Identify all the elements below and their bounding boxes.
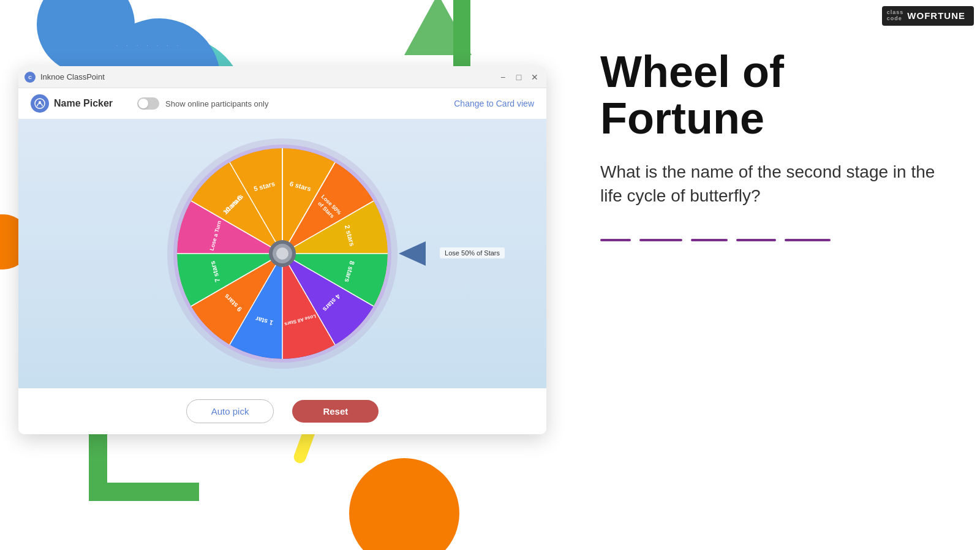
dash-2 — [639, 239, 682, 241]
pointer-label: Lose 50% of Stars — [440, 247, 505, 258]
dash-3 — [691, 239, 728, 241]
classcode-label: classcode — [887, 10, 904, 22]
bg-triangle-green — [404, 0, 472, 55]
divider-dashes — [600, 239, 943, 241]
bg-circle-orange-big — [349, 458, 459, 550]
wheel-pointer — [399, 241, 426, 266]
close-button[interactable]: ✕ — [529, 72, 540, 83]
auto-pick-button[interactable]: Auto pick — [186, 399, 274, 423]
inknoe-icon: C — [24, 72, 36, 83]
wheel-container: 10 stars 5 stars 6 stars Lose 50% of Sta… — [166, 137, 399, 370]
change-view-button[interactable]: Change to Card view — [454, 99, 534, 108]
page-title: Wheel of Fortune — [600, 49, 943, 141]
wheel-svg: 10 stars 5 stars 6 stars Lose 50% of Sta… — [166, 137, 399, 370]
toggle-switch[interactable] — [137, 97, 159, 110]
dash-4 — [736, 239, 776, 241]
svg-point-36 — [276, 247, 288, 260]
toggle-knob — [138, 99, 148, 108]
maximize-button[interactable]: □ — [513, 72, 524, 83]
dialog-titlebar: C Inknoe ClassPoint − □ ✕ — [18, 66, 546, 88]
dialog-footer: Auto pick Reset — [18, 388, 546, 434]
name-picker-logo: Name Picker — [31, 94, 113, 113]
minimize-button[interactable]: − — [497, 72, 508, 83]
dialog-controls[interactable]: − □ ✕ — [497, 72, 540, 83]
reset-button[interactable]: Reset — [292, 400, 379, 423]
dash-5 — [785, 239, 831, 241]
wheel-area: 10 stars 5 stars 6 stars Lose 50% of Sta… — [18, 119, 546, 388]
dialog-title-left: C Inknoe ClassPoint — [24, 72, 105, 83]
show-online-label: Show online participants only — [165, 99, 268, 108]
classcode-badge: classcode WOFRTUNE — [882, 6, 974, 26]
dialog-app-name: Inknoe ClassPoint — [40, 72, 105, 81]
name-picker-label: Name Picker — [54, 98, 113, 109]
bg-rect-green4 — [89, 483, 199, 501]
dash-1 — [600, 239, 631, 241]
svg-text:C: C — [28, 75, 32, 80]
bg-circle-blue — [37, 0, 135, 73]
dialog-window: C Inknoe ClassPoint − □ ✕ Name Picker — [18, 66, 546, 434]
svg-point-3 — [39, 101, 41, 104]
question-text: What is the name of the second stage in … — [600, 160, 943, 208]
name-picker-icon — [31, 94, 49, 113]
right-panel: classcode WOFRTUNE Wheel of Fortune What… — [551, 0, 980, 550]
bg-stars-dots: · · · · · · · — [116, 43, 182, 48]
classcode-value: WOFRTUNE — [907, 10, 965, 21]
pointer-triangle — [399, 241, 426, 266]
toggle-area: Show online participants only — [137, 97, 268, 110]
dialog-toolbar: Name Picker Show online participants onl… — [18, 88, 546, 119]
